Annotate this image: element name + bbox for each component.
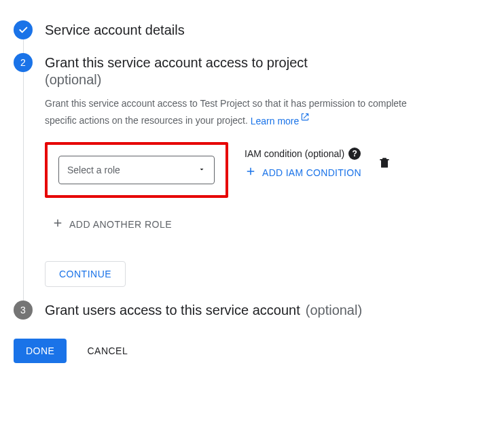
external-link-icon xyxy=(300,111,310,126)
add-another-role-button[interactable]: ADD ANOTHER ROLE xyxy=(45,217,490,231)
role-highlight-box: Select a role xyxy=(45,142,228,198)
dropdown-caret-icon xyxy=(198,165,206,175)
add-iam-condition-label: ADD IAM CONDITION xyxy=(262,167,361,178)
select-role-dropdown[interactable]: Select a role xyxy=(58,156,215,184)
step-1: Service account details xyxy=(14,20,490,53)
step-3-title: Grant users access to this service accou… xyxy=(45,301,300,320)
add-another-role-label: ADD ANOTHER ROLE xyxy=(69,219,172,230)
stepper: Service account details 2 Grant this ser… xyxy=(14,20,490,326)
step-1-title: Service account details xyxy=(45,20,490,39)
step-2-description-text: Grant this service account access to Tes… xyxy=(45,98,407,126)
step-2-description: Grant this service account access to Tes… xyxy=(45,96,425,129)
select-role-placeholder: Select a role xyxy=(67,165,120,175)
iam-condition-label: IAM condition (optional) ? xyxy=(245,148,361,160)
step-3: 3 Grant users access to this service acc… xyxy=(14,301,490,326)
trash-icon xyxy=(378,156,391,169)
role-row: Select a role IAM condition (optional) ?… xyxy=(45,142,490,198)
delete-role-button[interactable] xyxy=(378,160,391,171)
continue-button[interactable]: CONTINUE xyxy=(45,261,126,287)
step-3-number-icon: 3 xyxy=(14,301,33,320)
step-2: 2 Grant this service account access to p… xyxy=(14,53,490,301)
plus-icon xyxy=(52,217,64,231)
step-3-subtitle: (optional) xyxy=(306,303,362,318)
step-2-subtitle: (optional) xyxy=(45,72,101,87)
help-icon[interactable]: ? xyxy=(348,148,361,160)
done-button[interactable]: DONE xyxy=(14,339,67,363)
iam-condition-column: IAM condition (optional) ? ADD IAM CONDI… xyxy=(245,142,361,180)
learn-more-label: Learn more xyxy=(251,116,300,126)
cancel-button[interactable]: CANCEL xyxy=(87,345,128,356)
footer-actions: DONE CANCEL xyxy=(14,339,490,363)
step-2-number-icon: 2 xyxy=(14,53,33,72)
learn-more-link[interactable]: Learn more xyxy=(251,116,310,126)
plus-icon xyxy=(245,165,257,180)
step-1-check-icon xyxy=(14,20,33,39)
iam-condition-text: IAM condition (optional) xyxy=(245,148,344,159)
add-iam-condition-button[interactable]: ADD IAM CONDITION xyxy=(245,165,361,180)
step-2-title: Grant this service account access to pro… xyxy=(45,55,308,70)
